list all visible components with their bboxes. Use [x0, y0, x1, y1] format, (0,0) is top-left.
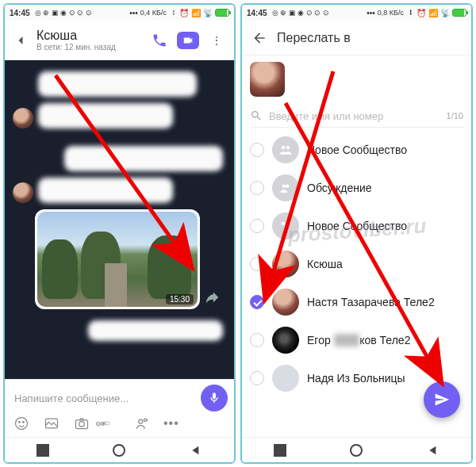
svg-point-14: [286, 222, 290, 226]
radio-unchecked[interactable]: [250, 257, 264, 271]
status-speed: 0,8 КБ/с: [378, 9, 404, 17]
message-in[interactable]: [13, 178, 226, 203]
bluetooth-icon: [169, 9, 177, 17]
forward-title: Переслать в: [277, 31, 351, 45]
gif-icon[interactable]: GIF: [103, 415, 121, 432]
nav-recent[interactable]: [274, 444, 286, 457]
radio-unchecked[interactable]: [250, 371, 264, 385]
svg-point-0: [16, 418, 28, 430]
call-button[interactable]: [148, 29, 171, 52]
status-speed: 0,4 КБ/с: [140, 9, 167, 17]
svg-point-8: [144, 419, 147, 421]
send-icon: [434, 392, 450, 408]
status-time: 14:45: [247, 9, 267, 17]
composer: Напишите сообщение... GIF •••: [5, 379, 234, 437]
list-item[interactable]: Новое Сообщество: [250, 131, 463, 169]
list-item-label: Новое Сообщество: [307, 144, 407, 156]
search-placeholder: Введите имя или номер: [269, 110, 440, 122]
nav-back[interactable]: [190, 444, 202, 457]
status-icons-left: ◎ ⊕ ▣ ◉ ⊙ ⊙ ⊙: [272, 9, 329, 17]
sticker-icon[interactable]: [13, 415, 30, 432]
chat-title-block[interactable]: Ксюша В сети: 12 мин. назад: [36, 29, 142, 52]
wifi-icon: 📡: [440, 9, 450, 17]
nav-back[interactable]: [427, 444, 440, 457]
svg-point-9: [282, 146, 286, 150]
recipient-list: Новое Сообщество Обсуждение Новое Сообще…: [250, 131, 463, 397]
radio-unchecked[interactable]: [250, 181, 264, 195]
message-in[interactable]: [13, 103, 226, 128]
svg-point-5: [79, 422, 85, 427]
chat-header: Ксюша В сети: 12 мин. назад ⋮: [5, 21, 234, 60]
svg-point-11: [282, 185, 286, 189]
message-input[interactable]: Напишите сообщение...: [11, 388, 196, 409]
nav-recent[interactable]: [36, 444, 49, 457]
avatar: [272, 251, 299, 278]
video-call-button[interactable]: [177, 29, 199, 52]
battery-icon: [452, 9, 466, 17]
radio-unchecked[interactable]: [250, 143, 264, 157]
status-time: 14:45: [10, 9, 30, 17]
alarm-icon: ⏰: [179, 9, 189, 17]
svg-point-12: [286, 185, 290, 189]
radio-checked[interactable]: [250, 295, 264, 309]
search-row[interactable]: Введите имя или номер 1/10: [250, 105, 463, 128]
avatar: [272, 289, 299, 316]
forward-header: Переслать в: [242, 21, 471, 56]
message-out[interactable]: [13, 320, 226, 341]
list-item-label: Ксюша: [307, 258, 343, 270]
radio-unchecked[interactable]: [250, 219, 264, 233]
back-button[interactable]: [11, 31, 30, 50]
status-more-icon: •••: [367, 9, 375, 17]
sender-avatar: [13, 108, 33, 128]
gallery-icon[interactable]: [43, 415, 60, 432]
signal-icon: 📶: [428, 9, 438, 17]
message-out[interactable]: [13, 146, 226, 171]
forward-body: Введите имя или номер 1/10 Новое Сообщес…: [242, 56, 471, 437]
status-more-icon: •••: [129, 9, 138, 17]
nav-home[interactable]: [350, 444, 363, 457]
wifi-icon: 📡: [203, 9, 213, 17]
svg-point-13: [282, 222, 286, 226]
send-button[interactable]: [424, 381, 460, 418]
list-item[interactable]: Ксюша: [250, 245, 463, 283]
status-icons-left: ◎ ⊕ ▣ ◉ ⊙ ⊙ ⊙: [35, 9, 92, 17]
nav-home[interactable]: [113, 444, 125, 457]
list-item[interactable]: Обсуждение: [250, 169, 463, 207]
selection-counter: 1/10: [447, 111, 463, 121]
forward-icon[interactable]: [203, 289, 221, 306]
sender-avatar: [13, 182, 33, 203]
list-item[interactable]: Новое Сообщество: [250, 207, 463, 245]
list-item-label: Обсуждение: [307, 182, 372, 194]
community-icon: [272, 212, 299, 239]
list-item[interactable]: Егор Сшшков Теле2: [250, 321, 463, 359]
phone-right: 14:45 ◎ ⊕ ▣ ◉ ⊙ ⊙ ⊙ ••• 0,8 КБ/с ⏰ 📶 📡 П…: [240, 3, 473, 464]
list-item-label: Егор Сшшков Теле2: [307, 334, 410, 346]
media-timestamp: 15:30: [166, 294, 194, 304]
chat-status: В сети: 12 мин. назад: [36, 43, 142, 52]
svg-point-2: [23, 422, 25, 423]
back-button[interactable]: [250, 29, 269, 48]
bluetooth-icon: [406, 9, 414, 17]
more-button[interactable]: ⋮: [205, 29, 228, 52]
camera-icon[interactable]: [73, 415, 90, 432]
media-thumbnail: [37, 212, 198, 307]
list-item-label: Новое Сообщество: [307, 220, 407, 232]
svg-point-7: [139, 419, 143, 423]
status-bar: 14:45 ◎ ⊕ ▣ ◉ ⊙ ⊙ ⊙ ••• 0,8 КБ/с ⏰ 📶 📡: [242, 5, 471, 21]
list-item-label: Надя Из Больницы: [307, 372, 405, 385]
battery-icon: [215, 9, 229, 17]
avatar: [272, 327, 299, 354]
list-item[interactable]: Настя Тазарачева Теле2: [250, 283, 463, 321]
selected-recipient-chip[interactable]: [250, 62, 285, 97]
svg-point-10: [286, 146, 290, 150]
message-media[interactable]: 15:30: [35, 209, 226, 309]
mic-button[interactable]: [201, 385, 228, 411]
mention-icon[interactable]: [133, 415, 151, 432]
message-in[interactable]: [13, 71, 226, 97]
alarm-icon: ⏰: [416, 9, 426, 17]
more-icon[interactable]: •••: [163, 416, 179, 431]
conversation-area: 15:30: [5, 60, 234, 379]
avatar: [272, 365, 299, 392]
status-bar: 14:45 ◎ ⊕ ▣ ◉ ⊙ ⊙ ⊙ ••• 0,4 КБ/с ⏰ 📶 📡: [5, 5, 234, 21]
radio-unchecked[interactable]: [250, 333, 264, 347]
